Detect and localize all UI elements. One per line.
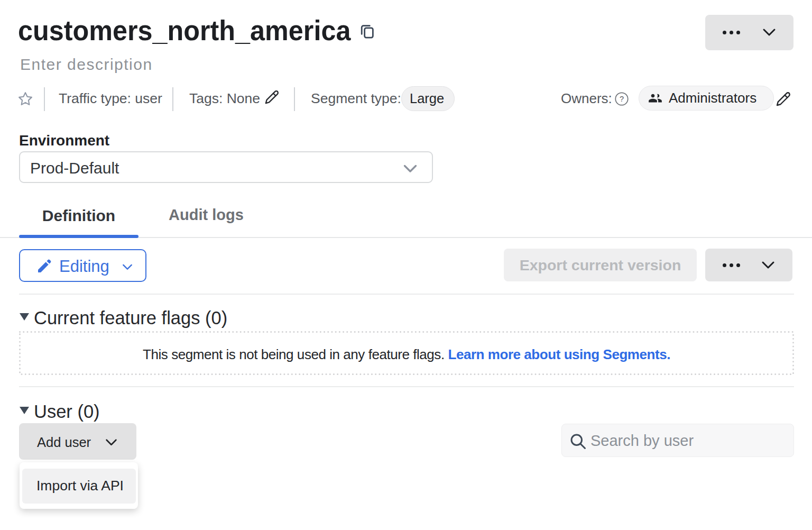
svg-text:?: ?	[620, 95, 624, 103]
